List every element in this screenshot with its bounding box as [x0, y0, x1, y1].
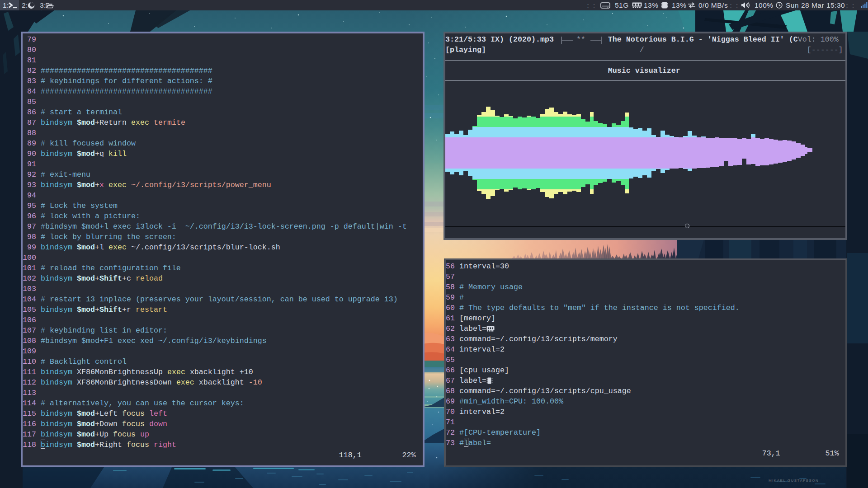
svg-text:MIKAEL GUSTAFSSON: MIKAEL GUSTAFSSON [769, 479, 819, 483]
